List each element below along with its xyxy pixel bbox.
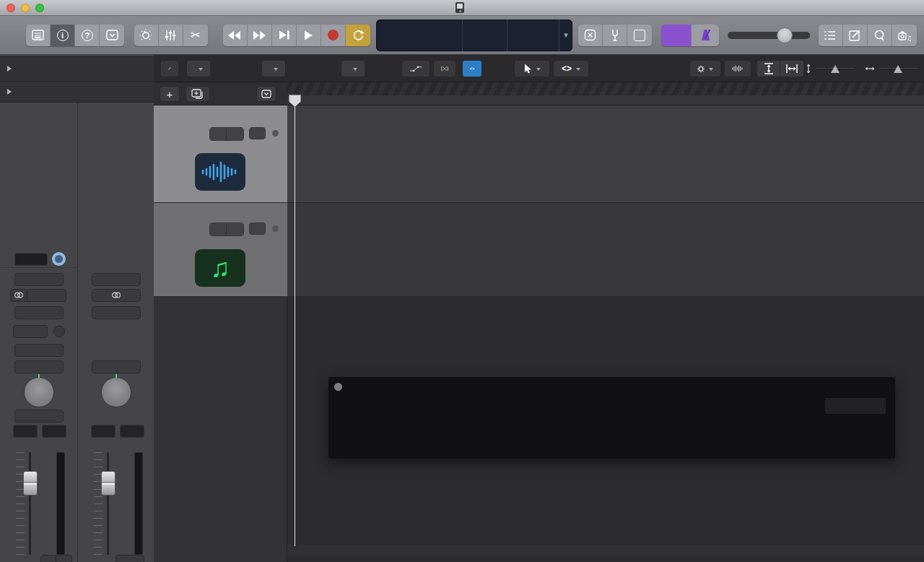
track-header-inst1[interactable]: ♫ [154, 203, 287, 297]
output-format-icon-button[interactable] [92, 289, 141, 302]
input-button[interactable] [27, 289, 66, 302]
quick-help-button[interactable]: ? [75, 25, 100, 46]
track-lane-inst1[interactable] [287, 203, 924, 297]
track-record-button[interactable] [249, 222, 266, 235]
duplicate-track-button[interactable] [186, 86, 210, 102]
count-in-button[interactable] [661, 25, 692, 46]
vertical-zoom-slider[interactable] [805, 60, 854, 77]
tuner-button[interactable] [603, 25, 627, 46]
zoom-slider-thumb[interactable] [831, 65, 840, 73]
input-format-icon[interactable] [10, 289, 27, 302]
fader-cap[interactable] [101, 471, 116, 496]
solo-mode-button[interactable] [627, 25, 652, 46]
smart-controls-button[interactable] [134, 25, 159, 46]
horizontal-zoom-slider[interactable] [865, 60, 917, 77]
track-header-options-button[interactable] [256, 86, 276, 102]
menu-funktionen[interactable] [261, 60, 286, 77]
instrument-track-icon[interactable]: ♫ [195, 249, 245, 287]
play-button[interactable] [297, 25, 321, 46]
toolbar-toggle-button[interactable] [100, 25, 124, 46]
catch-playhead-button[interactable] [160, 60, 179, 77]
list-editors-button[interactable] [819, 25, 843, 46]
mixer-button[interactable] [159, 25, 183, 46]
audio-fx-button[interactable] [14, 306, 64, 319]
inspector-button[interactable]: i [51, 25, 75, 46]
send-knob[interactable] [53, 326, 65, 337]
zoom-window-button[interactable] [35, 4, 44, 12]
palette-close-dot[interactable] [334, 383, 342, 391]
input-monitoring-dot[interactable] [272, 130, 279, 137]
lcd-display[interactable]: ▾ [376, 20, 572, 51]
record-enable-button[interactable] [56, 555, 71, 562]
vca-button[interactable] [14, 410, 64, 423]
close-window-button[interactable] [6, 4, 15, 12]
volume-value-box[interactable] [91, 425, 116, 438]
note-pads-button[interactable] [843, 25, 868, 46]
add-track-button[interactable]: + [160, 86, 180, 102]
track-settings-menu[interactable] [689, 60, 721, 77]
apple-loops-button[interactable] [868, 25, 892, 46]
input-monitor-button[interactable] [41, 555, 56, 562]
output-format-button[interactable] [14, 344, 64, 357]
track-mute-button[interactable] [210, 128, 227, 140]
fader-cap[interactable] [23, 471, 38, 496]
track-inspector-header[interactable] [0, 82, 154, 103]
track-solo-button[interactable] [227, 128, 243, 140]
pan-knob[interactable] [24, 377, 54, 407]
audio-fx-button[interactable] [92, 306, 141, 319]
automation-mode-button[interactable] [92, 360, 141, 373]
setting-button[interactable] [92, 273, 141, 286]
automatic-color-button[interactable] [825, 398, 886, 414]
forward-button[interactable] [248, 25, 272, 46]
volume-slider-thumb[interactable] [777, 27, 793, 43]
waveform-zoom-button[interactable] [724, 60, 751, 77]
send-button[interactable] [13, 325, 48, 338]
volume-fader[interactable] [29, 452, 31, 555]
track-record-button[interactable] [249, 127, 266, 139]
stop-button[interactable] [272, 25, 297, 46]
disclosure-triangle-icon[interactable] [7, 89, 12, 95]
gain-value-box[interactable] [14, 253, 48, 266]
minimize-window-button[interactable] [21, 4, 30, 12]
peak-value-box[interactable] [42, 425, 66, 438]
record-button[interactable] [321, 25, 346, 46]
track-header-audio1[interactable] [154, 105, 287, 203]
horizontal-auto-zoom-button[interactable] [780, 61, 803, 77]
left-click-tool-menu[interactable] [514, 60, 550, 77]
peak-value-box[interactable] [120, 425, 144, 438]
command-click-tool-menu[interactable]: <> [553, 60, 589, 77]
vertical-auto-zoom-button[interactable] [757, 61, 780, 77]
track-mute-button[interactable] [210, 223, 227, 235]
rewind-button[interactable] [223, 25, 248, 46]
zoom-slider-thumb[interactable] [894, 65, 902, 73]
automation-button[interactable] [401, 60, 430, 77]
volume-fader[interactable] [107, 452, 109, 555]
beat-ruler[interactable] [287, 95, 924, 105]
disclosure-triangle-icon[interactable] [7, 66, 12, 72]
pan-knob[interactable] [101, 377, 131, 407]
track-solo-button[interactable] [227, 223, 243, 235]
snap-mode-button[interactable] [462, 60, 482, 77]
metronome-button[interactable] [692, 25, 719, 46]
midi-panic-button[interactable] [578, 25, 603, 46]
bar-ruler[interactable] [287, 82, 924, 95]
volume-value-box[interactable] [13, 425, 38, 438]
menu-ansicht[interactable] [341, 60, 365, 77]
lcd-chevron-icon[interactable]: ▾ [559, 20, 572, 51]
arrange-lane-area[interactable] [287, 105, 924, 562]
audio-track-icon[interactable] [195, 153, 245, 191]
bounce-button[interactable] [116, 555, 144, 562]
editors-button[interactable]: ✂ [183, 25, 208, 46]
input-monitoring-dot[interactable] [272, 225, 279, 232]
region-inspector-header[interactable] [0, 55, 154, 82]
master-volume-slider[interactable] [728, 32, 810, 39]
cycle-button[interactable] [346, 25, 370, 46]
flex-crossfade-button[interactable] [433, 60, 456, 77]
setting-button[interactable] [14, 273, 64, 286]
playhead-line[interactable] [295, 105, 295, 546]
track-lane-audio1[interactable] [287, 105, 924, 203]
media-browser-button[interactable]: ♫ [892, 25, 917, 46]
automation-mode-button[interactable] [14, 360, 64, 373]
scrollbar-track[interactable] [287, 545, 924, 556]
library-button[interactable] [26, 25, 51, 46]
